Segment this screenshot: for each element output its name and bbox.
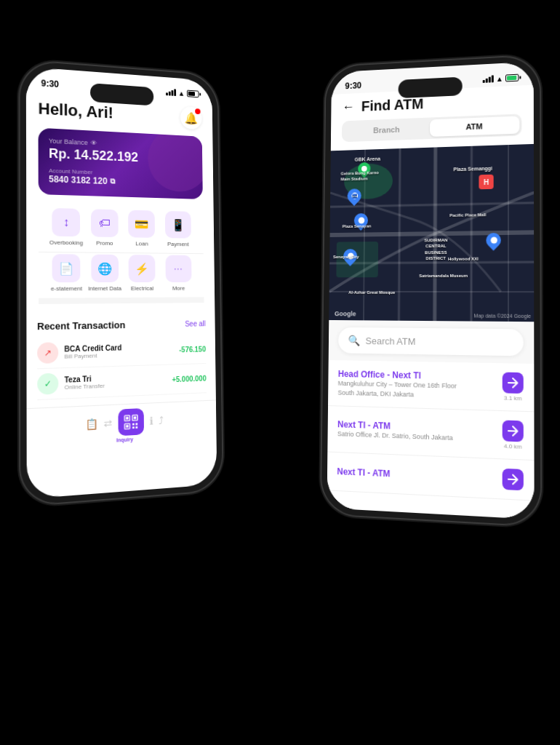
action-estatement[interactable]: 📄 e-statement [49,254,84,292]
svg-rect-1 [126,417,129,420]
phone-1: 9:30 ▲ Hello, Ari! [20,60,223,506]
distance-0: 3.1 km [504,395,522,402]
atm-item-2[interactable]: Next TI - ATM [327,453,535,501]
status-icons-1: ▲ [166,88,199,98]
map-pin-right [486,233,500,247]
status-time-1: 9:30 [41,78,59,89]
map-label-senayan-city: Senayan City [333,255,359,259]
eye-icon[interactable]: 👁 [91,139,97,146]
loan-icon: 💳 [128,210,155,238]
map-label-pacific: Pacific Place Mall [449,212,486,218]
atm-list: Head Office - Next TI Mangkuluhur City –… [327,360,534,519]
svg-line-12 [399,148,400,321]
phone2-content: 9:30 ▲ [327,62,534,519]
atm-info-1: Next TI - ATM Satrio Office Jl. Dr. Satr… [337,420,497,445]
info-icon: ℹ [149,415,153,426]
search-input[interactable]: Search ATM [366,335,416,347]
action-internet-data[interactable]: 🌐 Internet Data [88,255,121,292]
see-all-link[interactable]: See all [185,319,206,327]
map-label-semanggi: Plaza Semanggi [453,166,492,172]
bell-button[interactable]: 🔔 [180,106,202,130]
svg-rect-5 [126,425,129,428]
balance-card: Your Balance 👁 Rp. 14.522.192 Account Nu… [39,128,203,199]
electrical-icon: ⚡ [129,255,156,282]
battery-icon-2 [505,74,519,82]
atm-item-0[interactable]: Head Office - Next TI Mangkuluhur City –… [328,360,534,413]
copy-icon[interactable]: ⧉ [110,177,115,186]
back-button[interactable]: ← [342,100,354,115]
greeting-text: Hello, Ari! [38,99,113,122]
more-icon: ··· [165,255,191,282]
tx-amount-1: +5.000.000 [172,374,206,383]
search-bar[interactable]: 🔍 Search ATM [338,327,524,356]
overbooking-label: Overbooking [49,239,83,247]
map-label-gbk: GBK Arena [355,156,380,162]
phone-1-screen: 9:30 ▲ Hello, Ari! [26,67,217,499]
quick-actions-row2: 📄 e-statement 🌐 Internet Data ⚡ Electric… [39,252,204,304]
navigate-btn-0[interactable] [503,372,524,394]
action-loan[interactable]: 💳 Loan [125,210,158,247]
google-logo: Google [335,310,356,317]
wifi-icon-2: ▲ [496,74,503,82]
svg-rect-20 [336,242,378,277]
tx-info-teza: Teza Tri Online Transfer [65,372,167,391]
promo-icon: 🏷 [91,209,119,237]
status-time-2: 9:30 [345,81,361,92]
atm-info-0: Head Office - Next TI Mangkuluhur City –… [337,369,496,402]
estatement-label: e-statement [51,285,82,292]
overbooking-icon: ↕ [52,208,81,236]
share-icon: ⤴ [159,415,164,426]
tx-info-bca: BCA Credit Card Bill Payment [64,343,173,360]
loan-label: Loan [135,240,148,247]
map-label-senayan: Plaza Senayan [343,224,372,228]
map-credit: Map data ©2024 Google [474,313,531,319]
tab-branch[interactable]: Branch [344,119,430,140]
page-title: Find ATM [361,96,424,115]
atm-info-2: Next TI - ATM [337,466,496,484]
notification-badge [195,108,200,114]
navigate-btn-1[interactable] [503,421,524,442]
map-container[interactable]: 🏧 [329,144,534,322]
search-icon: 🔍 [348,335,360,346]
internet-label: Internet Data [88,285,121,292]
recent-title: Recent Transaction [37,319,125,332]
qr-icon[interactable] [118,408,144,436]
action-payment[interactable]: 📱 Payment [162,211,194,247]
map-label-satria: Satriamandala Museum [419,274,468,278]
battery-icon-1 [187,90,199,98]
distance-1: 4.0 km [504,443,522,450]
atm-nav-0: 3.1 km [503,372,524,402]
inquiry-label: Inquiry [116,437,133,442]
tab-atm[interactable]: ATM [430,116,519,137]
action-more[interactable]: ··· More [162,255,194,292]
nav-inquiry[interactable]: 📋 ⇄ [85,407,164,445]
svg-rect-6 [132,423,135,426]
more-label: More [172,285,185,292]
action-overbooking[interactable]: ↕ Overbooking [49,208,83,247]
phones-container: 9:30 ▲ Hello, Ari! [0,0,560,745]
transaction-item-1[interactable]: ✓ Teza Tri Online Transfer +5.000.000 [37,364,207,400]
map-label-alazhar: Al-Azhar Great Mosque [348,290,395,295]
phone1-header: Hello, Ari! 🔔 Your Balance 👁 Rp. 14.522.… [26,90,215,314]
payment-label: Payment [167,241,189,247]
action-promo[interactable]: 🏷 Promo [87,209,121,247]
navigate-btn-2[interactable] [503,469,524,491]
map-label-gelora: Gelora Bung KarnoMain Stadium [340,170,378,183]
atm-nav-1: 4.0 km [503,421,524,450]
wifi-icon-1: ▲ [178,89,185,97]
atm-name-2: Next TI - ATM [337,466,496,484]
phone-2: 9:30 ▲ [321,55,540,526]
svg-rect-8 [132,426,135,429]
map-label-hollywood: Hollywood XXI [448,257,479,261]
bottom-nav-1: 📋 ⇄ [27,399,217,451]
payment-icon: 📱 [165,211,191,239]
atm-nav-2 [503,469,524,491]
map-label-scbd: SUDIRMANCENTRALBUSINESSDISTRICT [424,237,447,262]
action-electrical[interactable]: ⚡ Electrical [126,255,159,292]
phone-2-notch [399,77,463,99]
inquiry-icon: 📋 [85,418,97,430]
signal-icon-1 [166,89,176,97]
atm-item-1[interactable]: Next TI - ATM Satrio Office Jl. Dr. Satr… [327,406,534,461]
phone-2-screen: 9:30 ▲ [327,62,534,519]
atm-address-0: Mangkuluhur City – Tower One 16th FloorS… [337,379,496,402]
